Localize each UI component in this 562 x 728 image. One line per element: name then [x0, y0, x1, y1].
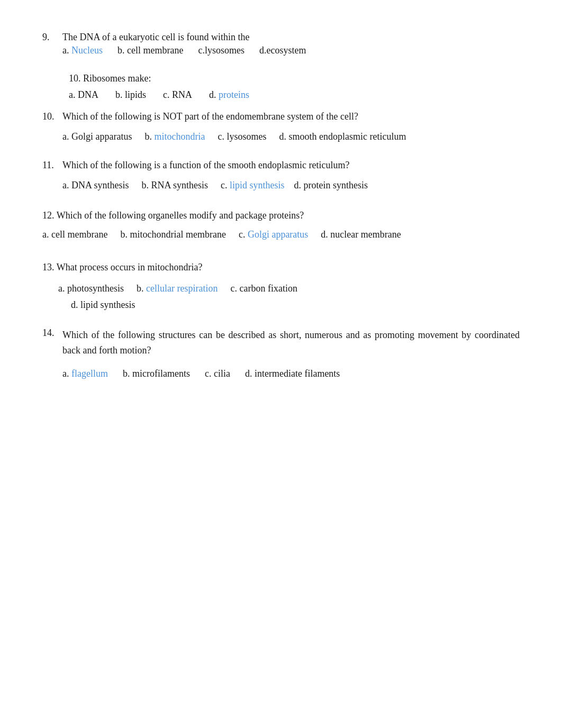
q12-answer-d: d. nuclear membrane	[321, 226, 401, 243]
q9-answer-d: d.ecosystem	[259, 45, 306, 56]
q9-answer-c: c.lysosomes	[198, 45, 244, 56]
q14-answer-c: c. cilia	[205, 366, 230, 382]
q11-answer-d: d. protein synthesis	[294, 177, 368, 194]
q10a-answers: a. DNA b. lipids c. RNA d. proteins	[69, 89, 520, 101]
q12-answer-b: b. mitochondrial membrane	[120, 226, 225, 243]
q10a-answer-a: a. DNA	[69, 89, 98, 101]
q12-text: 12. Which of the following organelles mo…	[42, 208, 520, 223]
q13-answer-a: a. photosynthesis	[58, 280, 124, 297]
q11-answer-c: c. lipid synthesis	[221, 177, 285, 194]
q13-answer-c: c. carbon fixation	[230, 280, 297, 297]
q10a-answer-b: b. lipids	[115, 89, 146, 101]
q9-answer-a: a. Nucleus	[62, 45, 103, 56]
q14-answers: a. flagellum b. microfilaments c. cilia …	[62, 366, 520, 382]
q13-answer-d: d. lipid synthesis	[42, 299, 520, 311]
q12-answer-a: a. cell membrane	[42, 226, 107, 243]
q14-answer-b: b. microfilaments	[123, 366, 190, 382]
q10b-answer-d: d. smooth endoplasmic reticulum	[279, 129, 406, 145]
q14-number: 14.	[42, 327, 62, 339]
q13-answer-b: b. cellular respiration	[137, 280, 217, 297]
q10a-text: 10. Ribosomes make:	[69, 73, 520, 84]
q14-answer-a: a. flagellum	[62, 366, 108, 382]
q11-answer-a: a. DNA synthesis	[62, 177, 129, 194]
q10b-answers: a. Golgi apparatus b. mitochondria c. ly…	[62, 129, 421, 145]
q9-answers: a. Nucleus b. cell membrane c.lysosomes …	[62, 45, 321, 56]
q11-answers: a. DNA synthesis b. RNA synthesis c. lip…	[62, 177, 383, 194]
question-14: 14. Which of the following structures ca…	[42, 327, 520, 381]
question-12: 12. Which of the following organelles mo…	[42, 208, 520, 242]
q10b-answer-b: b. mitochondria	[144, 129, 205, 145]
question-13: 13. What process occurs in mitochondria?…	[42, 262, 520, 311]
q11-answer-b: b. RNA synthesis	[142, 177, 209, 194]
q13-answers: a. photosynthesis b. cellular respiratio…	[42, 280, 520, 297]
question-11: 11. Which of the following is a function…	[42, 160, 520, 194]
q10a-answer-c: c. RNA	[163, 89, 192, 101]
q13-text: 13. What process occurs in mitochondria?	[42, 262, 520, 273]
question-9: 9. The DNA of a eukaryotic cell is found…	[42, 32, 520, 56]
q11-text: Which of the following is a function of …	[62, 160, 383, 171]
q12-answers: a. cell membrane b. mitochondrial membra…	[42, 226, 520, 243]
q10b-answer-c: c. lysosomes	[217, 129, 266, 145]
q11-number: 11.	[42, 160, 62, 171]
q9-answer-b: b. cell membrane	[117, 45, 183, 56]
q10b-answer-a: a. Golgi apparatus	[62, 129, 132, 145]
q12-answer-c: c. Golgi apparatus	[239, 226, 308, 243]
q14-answer-d: d. intermediate filaments	[245, 366, 340, 382]
question-10b: 10. Which of the following is NOT part o…	[42, 111, 520, 145]
q10b-number: 10.	[42, 111, 62, 122]
q9-answer-a-text: Nucleus	[71, 45, 103, 56]
q10a-answer-d: d. proteins	[209, 89, 249, 101]
question-10a: 10. Ribosomes make: a. DNA b. lipids c. …	[42, 73, 520, 101]
q14-text: Which of the following structures can be…	[62, 327, 520, 358]
q10b-text: Which of the following is NOT part of th…	[62, 111, 421, 122]
q9-number: 9.	[42, 32, 62, 43]
q9-text: The DNA of a eukaryotic cell is found wi…	[62, 32, 321, 43]
